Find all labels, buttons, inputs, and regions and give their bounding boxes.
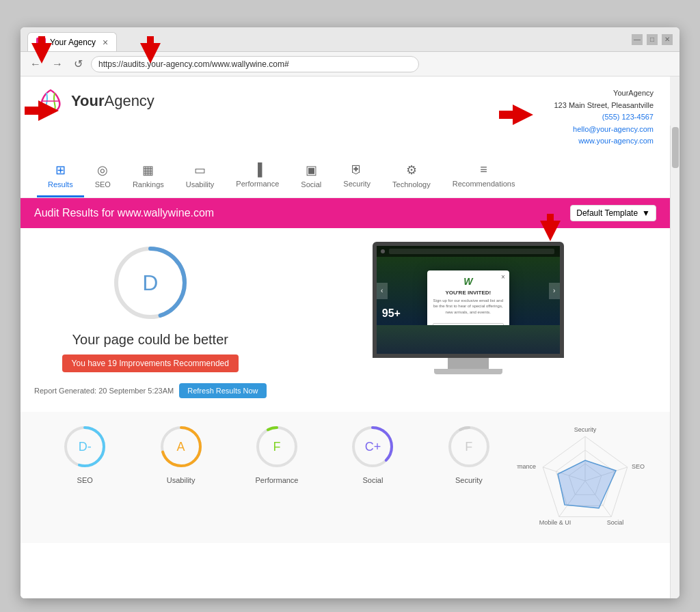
- seo-ring: D-: [61, 423, 109, 471]
- report-info: Report Generated: 20 September 5:23AM Re…: [34, 383, 267, 398]
- improvements-badge: You have 19 Improvements Recommended: [62, 354, 239, 372]
- agency-email[interactable]: hello@your-agency.com: [554, 124, 654, 136]
- security-icon: ⛨: [351, 163, 363, 177]
- page-inner: YourAgency YourAgency 123 Main Street, P…: [21, 76, 670, 598]
- tab-label: Your Agency: [50, 38, 96, 47]
- browser-titlebar: Your Agency × — □ ✕: [21, 27, 679, 52]
- monitor-nav: [377, 246, 560, 257]
- logo-text-light: Agency: [104, 92, 154, 109]
- results-icon: ⊞: [55, 163, 66, 178]
- score-letter: D: [142, 270, 158, 295]
- tab-results[interactable]: ⊞ Results: [37, 158, 84, 197]
- performance-label: Performance: [256, 476, 299, 484]
- minimize-button[interactable]: —: [632, 34, 643, 45]
- radar-section: Security SEO Social Mobile & UI Performa…: [517, 423, 654, 532]
- tab-usability-label: Usability: [186, 180, 215, 189]
- maximize-button[interactable]: □: [647, 34, 658, 45]
- monitor-website: 95+ ‹ › × W YOU'RE INVITED! Sign up for …: [377, 246, 560, 354]
- carousel-prev-button[interactable]: ‹: [377, 283, 388, 299]
- social-icon: ▣: [306, 163, 317, 178]
- svg-text:SEO: SEO: [632, 463, 645, 470]
- refresh-button[interactable]: ↺: [71, 56, 85, 72]
- monitor-stand: [448, 358, 489, 369]
- usability-icon: ▭: [194, 163, 206, 178]
- logo-area: YourAgency: [37, 87, 154, 115]
- tab-rankings[interactable]: ▦ Rankings: [122, 158, 175, 197]
- window-controls: — □ ✕: [632, 34, 673, 45]
- usability-ring: A: [157, 423, 205, 471]
- carousel-next-button[interactable]: ›: [549, 283, 560, 299]
- close-button[interactable]: ✕: [662, 34, 673, 45]
- score-item-usability: A Usability: [133, 423, 228, 484]
- scores-row: D- SEO A Usability: [21, 412, 670, 543]
- monitor-mockup: 95+ ‹ › × W YOU'RE INVITED! Sign up for …: [280, 242, 656, 398]
- svg-text:Security: Security: [574, 426, 597, 433]
- template-select[interactable]: Default Template ▼: [570, 205, 656, 221]
- svg-marker-26: [558, 460, 616, 508]
- tab-recommendations[interactable]: ≡ Recommendations: [442, 158, 526, 197]
- svg-text:Social: Social: [607, 519, 624, 526]
- agency-address: 123 Main Street, Pleasantville: [554, 100, 654, 112]
- security-score: F: [465, 439, 472, 454]
- refresh-button[interactable]: Refresh Results Now: [179, 383, 266, 398]
- tab-security[interactable]: ⛨ Security: [332, 158, 381, 197]
- tab-technology-label: Technology: [392, 180, 431, 189]
- popup-title: YOU'RE INVITED!: [433, 290, 504, 296]
- svg-text:Mobile & UI: Mobile & UI: [539, 519, 571, 526]
- tab-area: Your Agency ×: [27, 27, 621, 51]
- popup-logo: W: [433, 276, 504, 287]
- seo-icon: ◎: [97, 163, 108, 178]
- social-score: C+: [365, 439, 381, 454]
- popup-body: Sign up for our exclusive email list and…: [433, 298, 504, 315]
- logo-icon: [37, 87, 64, 115]
- template-select-label: Default Template: [576, 208, 638, 218]
- site-header: YourAgency YourAgency 123 Main Street, P…: [21, 76, 670, 153]
- performance-score: F: [273, 439, 281, 454]
- usability-label: Usability: [167, 476, 196, 484]
- agency-phone[interactable]: (555) 123-4567: [554, 111, 654, 124]
- popup-email-input[interactable]: [433, 323, 504, 325]
- browser-window: Your Agency × — □ ✕ ← → ↺: [21, 27, 679, 598]
- page-content: YourAgency YourAgency 123 Main Street, P…: [21, 76, 679, 598]
- score-circle-container: D: [109, 242, 191, 324]
- security-label: Security: [455, 476, 483, 484]
- tab-results-label: Results: [48, 180, 73, 189]
- seo-label: SEO: [77, 476, 93, 484]
- tab-seo-label: SEO: [95, 180, 111, 189]
- audit-banner: Audit Results for www.wallywine.com Defa…: [21, 198, 670, 228]
- tab-security-label: Security: [343, 180, 371, 188]
- agency-name: YourAgency: [554, 87, 654, 100]
- score-title: Your page could be better: [72, 332, 228, 348]
- popup-close-button[interactable]: ×: [501, 273, 505, 281]
- agency-info: YourAgency 123 Main Street, Pleasantvill…: [554, 87, 654, 148]
- audit-main: D Your page could be better You have 19 …: [21, 228, 670, 412]
- tab-close-button[interactable]: ×: [103, 37, 108, 48]
- nav-dot: [381, 249, 385, 253]
- radar-chart: Security SEO Social Mobile & UI Performa…: [517, 423, 654, 532]
- email-popup: × W YOU'RE INVITED! Sign up for our excl…: [427, 270, 509, 325]
- scrollbar-thumb[interactable]: [672, 127, 679, 168]
- tab-performance-label: Performance: [236, 180, 279, 188]
- tab-social[interactable]: ▣ Social: [290, 158, 332, 197]
- forward-button[interactable]: →: [49, 57, 66, 72]
- scrollbar[interactable]: [670, 126, 679, 598]
- logo-text-bold: Your: [71, 92, 104, 109]
- back-button[interactable]: ←: [27, 57, 44, 72]
- score-item-performance: F Performance: [229, 423, 325, 484]
- monitor: 95+ ‹ › × W YOU'RE INVITED! Sign up for …: [373, 242, 564, 374]
- recommendations-icon: ≡: [480, 163, 487, 177]
- tab-social-label: Social: [301, 180, 321, 189]
- tab-usability[interactable]: ▭ Usability: [175, 158, 226, 197]
- tab-technology[interactable]: ⚙ Technology: [381, 158, 442, 197]
- tab-seo[interactable]: ◎ SEO: [84, 158, 122, 197]
- technology-icon: ⚙: [406, 163, 417, 178]
- agency-website[interactable]: www.your-agency.com: [554, 135, 654, 148]
- monitor-content-image: 95+ ‹ › × W YOU'RE INVITED! Sign up for …: [377, 257, 560, 325]
- address-bar[interactable]: [91, 56, 419, 72]
- social-ring: C+: [349, 423, 396, 471]
- monitor-base: [434, 369, 502, 374]
- browser-tab[interactable]: Your Agency ×: [27, 32, 117, 51]
- tab-performance[interactable]: ▐ Performance: [225, 158, 290, 197]
- score-item-social: C+ Social: [325, 423, 420, 484]
- audit-banner-title: Audit Results for www.wallywine.com: [34, 207, 214, 219]
